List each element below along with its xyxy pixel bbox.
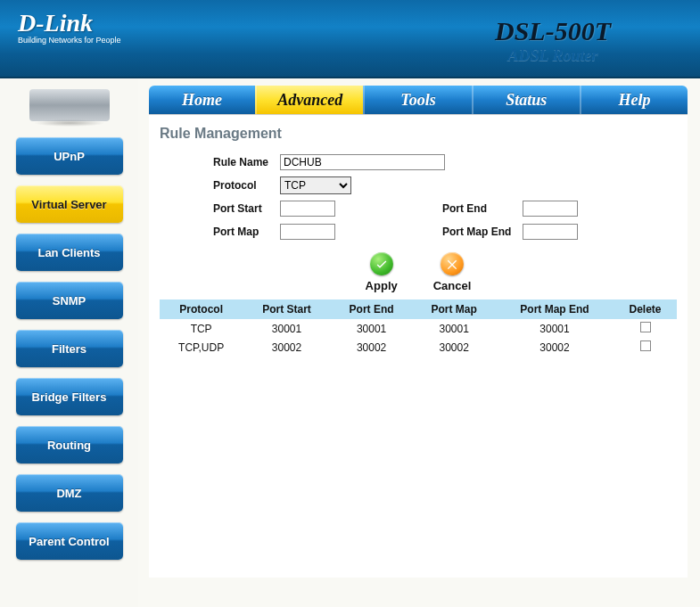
table-row: TCP 30001 30001 30001 30001 bbox=[160, 319, 677, 338]
tab-status[interactable]: Status bbox=[472, 86, 580, 114]
port-end-input[interactable] bbox=[523, 201, 578, 217]
port-start-input[interactable] bbox=[280, 201, 335, 217]
sidebar: UPnP Virtual Server Lan Clients SNMP Fil… bbox=[0, 78, 138, 607]
th-port-map: Port Map bbox=[412, 299, 496, 319]
brand-name: D-Link bbox=[18, 9, 121, 37]
tabbar: Home Advanced Tools Status Help bbox=[149, 86, 688, 114]
cell-port-end: 30002 bbox=[331, 338, 413, 357]
content: Home Advanced Tools Status Help Rule Man… bbox=[138, 78, 700, 607]
check-icon bbox=[370, 252, 393, 275]
action-row: Apply Cancel bbox=[160, 252, 677, 292]
cell-port-start: 30002 bbox=[243, 338, 331, 357]
cell-protocol: TCP,UDP bbox=[160, 338, 243, 357]
port-start-label: Port Start bbox=[213, 202, 280, 215]
sidebar-item-filters[interactable]: Filters bbox=[16, 330, 123, 367]
table-row: TCP,UDP 30002 30002 30002 30002 bbox=[160, 338, 677, 357]
router-image bbox=[29, 89, 110, 121]
brand-tagline: Building Networks for People bbox=[18, 36, 121, 45]
port-map-end-input[interactable] bbox=[523, 224, 578, 240]
cell-port-map: 30002 bbox=[412, 338, 496, 357]
main-panel: Rule Management Rule Name Protocol TCP P… bbox=[149, 114, 688, 578]
apply-label: Apply bbox=[366, 279, 398, 292]
model-name: DSL-500T bbox=[495, 16, 611, 46]
th-port-map-end: Port Map End bbox=[496, 299, 614, 319]
sidebar-item-dmz[interactable]: DMZ bbox=[16, 474, 123, 512]
cell-port-map-end: 30001 bbox=[496, 319, 614, 338]
model-title: DSL-500T ADSL Router bbox=[495, 16, 611, 65]
sidebar-item-snmp[interactable]: SNMP bbox=[16, 282, 123, 319]
th-protocol: Protocol bbox=[160, 299, 243, 319]
port-map-end-label: Port Map End bbox=[442, 226, 523, 238]
sidebar-item-parent-control[interactable]: Parent Control bbox=[16, 522, 123, 560]
sidebar-item-upnp[interactable]: UPnP bbox=[16, 137, 123, 175]
th-port-end: Port End bbox=[331, 299, 413, 319]
rules-table: Protocol Port Start Port End Port Map Po… bbox=[160, 299, 677, 357]
cancel-icon bbox=[441, 252, 464, 275]
section-title: Rule Management bbox=[160, 126, 677, 142]
sidebar-item-virtual-server[interactable]: Virtual Server bbox=[16, 185, 123, 223]
cell-port-start: 30001 bbox=[243, 319, 331, 338]
protocol-label: Protocol bbox=[213, 179, 280, 192]
cell-port-map: 30001 bbox=[412, 319, 496, 338]
port-map-label: Port Map bbox=[213, 226, 280, 238]
port-end-label: Port End bbox=[442, 202, 523, 215]
th-port-start: Port Start bbox=[243, 299, 331, 319]
tab-tools[interactable]: Tools bbox=[363, 86, 471, 114]
header: D-Link Building Networks for People DSL-… bbox=[0, 0, 700, 78]
tab-advanced[interactable]: Advanced bbox=[255, 86, 363, 114]
delete-checkbox[interactable] bbox=[640, 340, 651, 351]
cell-port-end: 30001 bbox=[331, 319, 413, 338]
cell-port-map-end: 30002 bbox=[496, 338, 614, 357]
sidebar-item-lan-clients[interactable]: Lan Clients bbox=[16, 234, 123, 271]
sidebar-item-bridge-filters[interactable]: Bridge Filters bbox=[16, 378, 123, 415]
tab-help[interactable]: Help bbox=[580, 86, 688, 114]
brand-logo: D-Link Building Networks for People bbox=[0, 0, 121, 45]
table-header-row: Protocol Port Start Port End Port Map Po… bbox=[160, 299, 677, 319]
rule-name-label: Rule Name bbox=[213, 156, 280, 168]
cell-protocol: TCP bbox=[160, 319, 243, 338]
cancel-label: Cancel bbox=[433, 279, 472, 292]
rule-form: Rule Name Protocol TCP Port Start Port E… bbox=[213, 151, 677, 243]
cancel-button[interactable]: Cancel bbox=[433, 252, 472, 292]
protocol-select[interactable]: TCP bbox=[280, 176, 351, 194]
port-map-input[interactable] bbox=[280, 224, 335, 240]
tab-home[interactable]: Home bbox=[149, 86, 255, 114]
th-delete: Delete bbox=[614, 299, 677, 319]
model-subtitle: ADSL Router bbox=[495, 46, 611, 65]
apply-button[interactable]: Apply bbox=[366, 252, 398, 292]
sidebar-item-routing[interactable]: Routing bbox=[16, 426, 123, 463]
delete-checkbox[interactable] bbox=[640, 322, 651, 332]
rule-name-input[interactable] bbox=[280, 154, 445, 170]
